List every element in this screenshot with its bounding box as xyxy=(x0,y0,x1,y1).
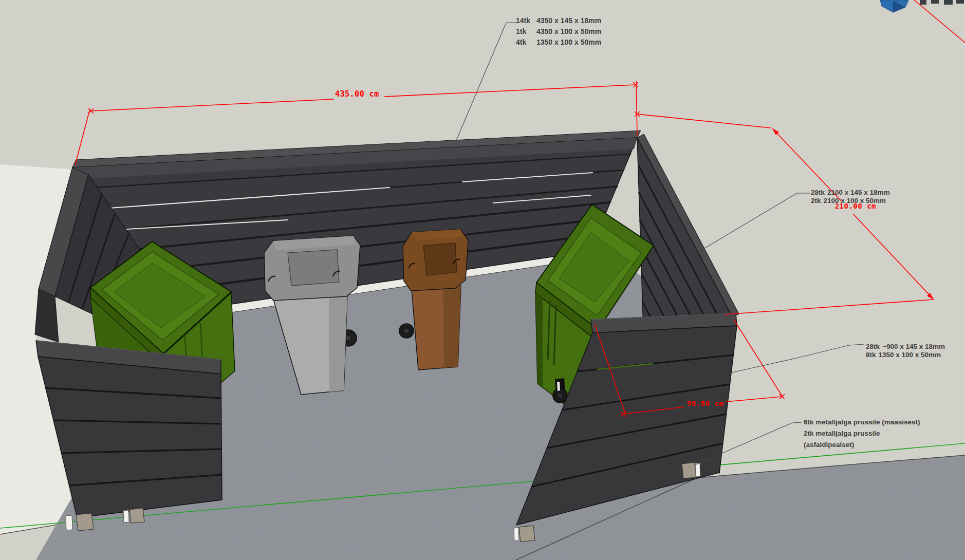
annotation-row: 4tk1350 x 100 x 50mm xyxy=(516,37,601,48)
annotation-row: 8tk1350 x 100 x 50mm xyxy=(866,351,945,359)
annotation-row: 28tk~900 x 145 x 18mm xyxy=(866,343,945,351)
sketchup-viewport[interactable]: 14tk4350 x 145 x 18mm 1tk4350 x 100 x 50… xyxy=(0,0,965,560)
annotation-wing-wall-boards: 28tk~900 x 145 x 18mm 8tk1350 x 100 x 50… xyxy=(866,343,945,359)
annotation-row: 28tk2100 x 145 x 18mm xyxy=(811,189,890,197)
annotation-row: 1tk4350 x 100 x 50mm xyxy=(516,26,601,37)
dim-label-side-depth: 210.00 cm xyxy=(817,202,876,210)
annotation-metal-feet: 6tk metalljalga prussile (maasisest) 2tk… xyxy=(804,417,920,451)
left-wall-front-post xyxy=(35,289,59,342)
annotation-row: 14tk4350 x 145 x 18mm xyxy=(516,15,601,26)
scene-3d xyxy=(0,0,965,560)
dim-label-back-width: 435.00 cm xyxy=(335,89,379,99)
dim-label-wing-width: 90.80 cm xyxy=(687,399,723,407)
annotation-back-wall-boards: 14tk4350 x 145 x 18mm 1tk4350 x 100 x 50… xyxy=(516,15,601,48)
